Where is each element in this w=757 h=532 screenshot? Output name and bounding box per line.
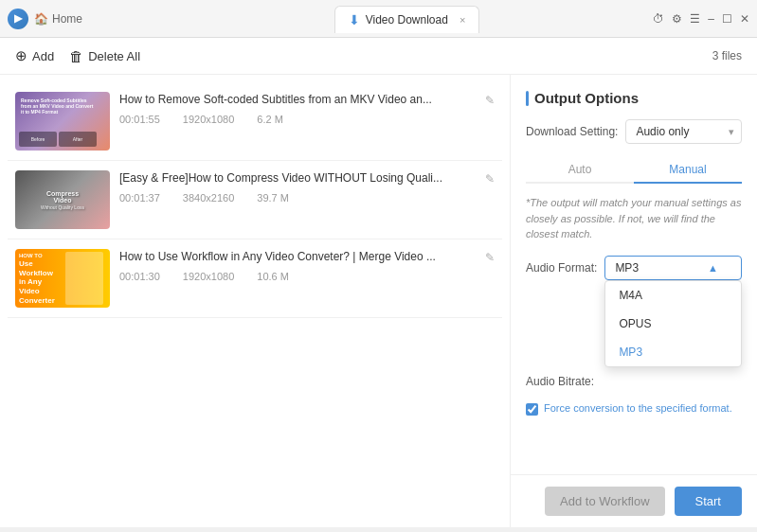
add-to-workflow-button: Add to Workflow [545, 487, 664, 516]
thumb-text: CompressVideoWithout Quality Loss [37, 186, 88, 214]
list-item: CompressVideoWithout Quality Loss [Easy … [8, 161, 502, 239]
close-button[interactable]: ✕ [740, 10, 749, 27]
video-size: 6.2 M [257, 114, 283, 125]
thumb-after: After [59, 132, 97, 147]
video-info: [Easy & Free]How to Compress Video WITHO… [119, 170, 495, 204]
download-setting-select[interactable]: Audio only Video + Audio Video only [625, 119, 742, 144]
video-resolution: 1920x1080 [183, 271, 234, 282]
audio-format-select-wrapper[interactable]: MP3 ▲ M4A OPUS MP3 [604, 256, 742, 280]
toolbar: ⊕ Add 🗑 Delete All 3 files [0, 38, 757, 75]
thumb-person [65, 252, 103, 305]
video-size: 10.6 M [257, 271, 289, 282]
audio-format-dropdown[interactable]: M4A OPUS MP3 [604, 280, 742, 367]
list-item: HOW TO UseWorkflowin AnyVideoConverter H… [8, 239, 502, 318]
download-setting-select-wrapper[interactable]: Audio only Video + Audio Video only [625, 119, 742, 144]
menu-button[interactable]: ☰ [690, 10, 700, 27]
output-options-title: Output Options [526, 90, 742, 106]
history-button[interactable]: ⏱ [653, 10, 664, 27]
tab-bar: ⬇ Video Download × [163, 5, 651, 32]
settings-button[interactable]: ⚙ [672, 10, 682, 27]
audio-format-value: MP3 [615, 261, 639, 275]
add-label: Add [32, 49, 54, 63]
video-meta: 00:01:37 3840x2160 39.7 M [119, 192, 495, 204]
note-text: *The output will match your manual setti… [526, 195, 742, 242]
right-panel: Output Options Download Setting: Audio o… [511, 75, 757, 527]
video-title: How to Remove Soft-coded Subtitles from … [119, 92, 479, 108]
edit-icon[interactable]: ✎ [485, 172, 495, 186]
dropdown-item-mp3[interactable]: MP3 [605, 338, 741, 366]
audio-format-row: Audio Format: MP3 ▲ M4A OPUS MP3 [526, 256, 742, 280]
thumb-before: Before [19, 132, 57, 147]
add-button[interactable]: ⊕ Add [15, 47, 54, 64]
audio-bitrate-row: Audio Bitrate: [526, 375, 742, 388]
thumb-label: Remove Soft-coded Subtitlesfrom an MKV V… [19, 96, 106, 116]
download-setting-row: Download Setting: Audio only Video + Aud… [526, 119, 742, 144]
home-label: Home [52, 12, 82, 26]
maximize-button[interactable]: ☐ [722, 10, 732, 27]
video-download-tab[interactable]: ⬇ Video Download × [334, 6, 480, 33]
video-list: Remove Soft-coded Subtitlesfrom an MKV V… [0, 75, 511, 527]
video-size: 39.7 M [257, 192, 289, 204]
video-duration: 00:01:30 [119, 271, 160, 282]
video-title: [Easy & Free]How to Compress Video WITHO… [119, 170, 479, 186]
video-thumbnail: CompressVideoWithout Quality Loss [15, 170, 110, 229]
tab-auto[interactable]: Auto [526, 157, 634, 182]
main-content: Remove Soft-coded Subtitlesfrom an MKV V… [0, 75, 757, 527]
dropdown-item-opus[interactable]: OPUS [605, 310, 741, 338]
download-icon: ⬇ [349, 12, 360, 27]
tab-label: Video Download [366, 13, 448, 27]
video-thumbnail: HOW TO UseWorkflowin AnyVideoConverter [15, 249, 110, 308]
video-meta: 00:01:55 1920x1080 6.2 M [119, 114, 495, 125]
title-bar: ▶ 🏠 Home ⬇ Video Download × ⏱ ⚙ ☰ – ☐ ✕ [0, 0, 757, 38]
dropdown-item-m4a[interactable]: M4A [605, 281, 741, 310]
edit-icon[interactable]: ✎ [485, 251, 495, 264]
chevron-up-icon: ▲ [708, 262, 718, 274]
delete-all-label: Delete All [88, 49, 140, 63]
start-button[interactable]: Start [675, 487, 742, 516]
output-tabs: Auto Manual [526, 157, 742, 184]
home-icon: 🏠 [34, 12, 48, 26]
audio-format-button[interactable]: MP3 ▲ [604, 256, 742, 280]
force-conversion-checkbox[interactable] [526, 403, 538, 416]
tab-close-button[interactable]: × [460, 14, 465, 26]
audio-format-label: Audio Format: [526, 261, 597, 275]
home-button[interactable]: 🏠 Home [34, 12, 82, 26]
trash-icon: 🗑 [69, 48, 83, 64]
thumb-text: HOW TO UseWorkflowin AnyVideoConverter [19, 252, 59, 305]
force-conversion-row: Force conversion to the specified format… [526, 401, 742, 416]
video-duration: 00:01:37 [119, 192, 160, 204]
tab-manual[interactable]: Manual [634, 157, 742, 184]
video-resolution: 1920x1080 [183, 114, 234, 125]
list-item: Remove Soft-coded Subtitlesfrom an MKV V… [8, 82, 502, 161]
add-icon: ⊕ [15, 47, 27, 64]
video-info: How to Use Workflow in Any Video Convete… [119, 249, 495, 282]
video-info: How to Remove Soft-coded Subtitles from … [119, 92, 495, 125]
app-icon: ▶ [8, 9, 28, 29]
video-resolution: 3840x2160 [183, 192, 234, 204]
video-duration: 00:01:55 [119, 114, 160, 125]
file-count: 3 files [712, 49, 742, 62]
video-title: How to Use Workflow in Any Video Convete… [119, 249, 479, 265]
video-meta: 00:01:30 1920x1080 10.6 M [119, 271, 495, 282]
force-conversion-label: Force conversion to the specified format… [544, 401, 732, 416]
download-setting-label: Download Setting: [526, 125, 618, 138]
video-thumbnail: Remove Soft-coded Subtitlesfrom an MKV V… [15, 92, 110, 151]
edit-icon[interactable]: ✎ [485, 94, 495, 107]
minimize-button[interactable]: – [708, 10, 714, 27]
bottom-bar: Add to Workflow Start [511, 474, 757, 527]
audio-bitrate-label: Audio Bitrate: [526, 375, 594, 388]
delete-all-button[interactable]: 🗑 Delete All [69, 48, 140, 64]
